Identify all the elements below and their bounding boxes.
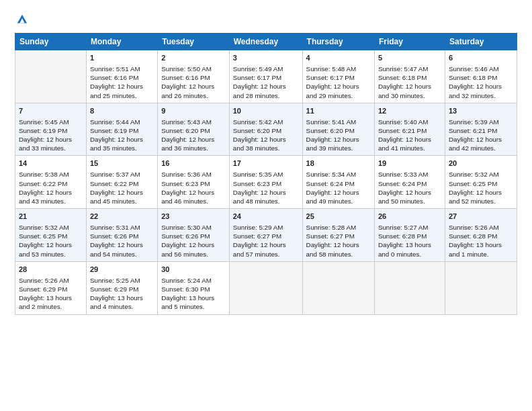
- day-number: 28: [19, 265, 83, 275]
- logo-area: [15, 12, 28, 26]
- day-cell: 20Sunrise: 5:32 AM Sunset: 6:25 PM Dayli…: [445, 156, 517, 209]
- day-details: Sunrise: 5:50 AM Sunset: 6:16 PM Dayligh…: [161, 64, 226, 100]
- day-details: Sunrise: 5:48 AM Sunset: 6:17 PM Dayligh…: [306, 64, 371, 100]
- col-header-wednesday: Wednesday: [229, 34, 302, 50]
- day-number: 30: [161, 265, 226, 275]
- day-number: 11: [306, 106, 371, 116]
- col-header-thursday: Thursday: [302, 34, 374, 50]
- day-number: 29: [90, 265, 154, 275]
- day-details: Sunrise: 5:45 AM Sunset: 6:19 PM Dayligh…: [19, 118, 83, 153]
- day-number: 6: [449, 53, 513, 63]
- day-number: 18: [306, 158, 371, 169]
- day-number: 8: [90, 106, 154, 116]
- week-row-1: 1Sunrise: 5:51 AM Sunset: 6:16 PM Daylig…: [15, 50, 517, 103]
- day-cell: 11Sunrise: 5:41 AM Sunset: 6:20 PM Dayli…: [302, 103, 374, 156]
- day-number: 13: [449, 106, 513, 116]
- day-number: 16: [161, 158, 226, 169]
- day-cell: 9Sunrise: 5:43 AM Sunset: 6:20 PM Daylig…: [158, 103, 230, 156]
- col-header-saturday: Saturday: [445, 34, 517, 50]
- day-number: 23: [161, 212, 226, 222]
- day-details: Sunrise: 5:44 AM Sunset: 6:19 PM Dayligh…: [90, 118, 154, 153]
- day-details: Sunrise: 5:43 AM Sunset: 6:20 PM Dayligh…: [161, 118, 226, 153]
- day-cell: 6Sunrise: 5:46 AM Sunset: 6:18 PM Daylig…: [445, 50, 517, 103]
- col-header-sunday: Sunday: [15, 34, 87, 50]
- header: [15, 12, 517, 26]
- day-number: 5: [378, 53, 441, 63]
- day-cell: 14Sunrise: 5:38 AM Sunset: 6:22 PM Dayli…: [15, 156, 87, 209]
- day-details: Sunrise: 5:32 AM Sunset: 6:25 PM Dayligh…: [19, 223, 83, 259]
- day-cell: [445, 261, 517, 314]
- day-cell: 10Sunrise: 5:42 AM Sunset: 6:20 PM Dayli…: [229, 103, 302, 156]
- day-details: Sunrise: 5:38 AM Sunset: 6:22 PM Dayligh…: [19, 170, 83, 205]
- day-number: 3: [233, 53, 299, 63]
- day-details: Sunrise: 5:39 AM Sunset: 6:21 PM Dayligh…: [449, 118, 513, 153]
- day-details: Sunrise: 5:24 AM Sunset: 6:30 PM Dayligh…: [161, 276, 226, 312]
- day-cell: 4Sunrise: 5:48 AM Sunset: 6:17 PM Daylig…: [302, 50, 374, 103]
- day-details: Sunrise: 5:32 AM Sunset: 6:25 PM Dayligh…: [449, 170, 513, 205]
- day-number: 22: [90, 212, 154, 222]
- col-header-tuesday: Tuesday: [158, 34, 230, 50]
- day-details: Sunrise: 5:37 AM Sunset: 6:22 PM Dayligh…: [90, 170, 154, 205]
- day-details: Sunrise: 5:35 AM Sunset: 6:23 PM Dayligh…: [233, 170, 299, 205]
- day-number: 7: [19, 106, 83, 116]
- day-cell: 7Sunrise: 5:45 AM Sunset: 6:19 PM Daylig…: [15, 103, 87, 156]
- day-cell: [15, 50, 87, 103]
- day-details: Sunrise: 5:34 AM Sunset: 6:24 PM Dayligh…: [306, 170, 371, 205]
- day-cell: 17Sunrise: 5:35 AM Sunset: 6:23 PM Dayli…: [229, 156, 302, 209]
- day-number: 9: [161, 106, 226, 116]
- week-row-3: 14Sunrise: 5:38 AM Sunset: 6:22 PM Dayli…: [15, 156, 517, 209]
- day-cell: 3Sunrise: 5:49 AM Sunset: 6:17 PM Daylig…: [229, 50, 302, 103]
- day-details: Sunrise: 5:42 AM Sunset: 6:20 PM Dayligh…: [233, 118, 299, 153]
- day-number: 4: [306, 53, 371, 63]
- day-cell: 12Sunrise: 5:40 AM Sunset: 6:21 PM Dayli…: [374, 103, 445, 156]
- day-cell: 15Sunrise: 5:37 AM Sunset: 6:22 PM Dayli…: [86, 156, 157, 209]
- day-cell: 28Sunrise: 5:26 AM Sunset: 6:29 PM Dayli…: [15, 261, 87, 314]
- page: SundayMondayTuesdayWednesdayThursdayFrid…: [0, 0, 532, 411]
- day-cell: [374, 261, 445, 314]
- day-cell: 5Sunrise: 5:47 AM Sunset: 6:18 PM Daylig…: [374, 50, 445, 103]
- calendar-table: SundayMondayTuesdayWednesdayThursdayFrid…: [15, 33, 517, 315]
- day-details: Sunrise: 5:31 AM Sunset: 6:26 PM Dayligh…: [90, 223, 154, 259]
- header-row: SundayMondayTuesdayWednesdayThursdayFrid…: [15, 34, 517, 50]
- day-cell: 1Sunrise: 5:51 AM Sunset: 6:16 PM Daylig…: [86, 50, 157, 103]
- col-header-friday: Friday: [374, 34, 445, 50]
- day-number: 12: [378, 106, 441, 116]
- day-number: 20: [449, 158, 513, 169]
- day-cell: 13Sunrise: 5:39 AM Sunset: 6:21 PM Dayli…: [445, 103, 517, 156]
- logo-icon: [16, 13, 28, 26]
- day-cell: 22Sunrise: 5:31 AM Sunset: 6:26 PM Dayli…: [86, 209, 157, 262]
- day-details: Sunrise: 5:25 AM Sunset: 6:29 PM Dayligh…: [90, 276, 154, 312]
- day-number: 24: [233, 212, 299, 222]
- day-number: 1: [90, 53, 154, 63]
- week-row-5: 28Sunrise: 5:26 AM Sunset: 6:29 PM Dayli…: [15, 261, 517, 314]
- day-cell: 18Sunrise: 5:34 AM Sunset: 6:24 PM Dayli…: [302, 156, 374, 209]
- logo: [15, 12, 28, 26]
- day-details: Sunrise: 5:30 AM Sunset: 6:26 PM Dayligh…: [161, 223, 226, 259]
- day-cell: 24Sunrise: 5:29 AM Sunset: 6:27 PM Dayli…: [229, 209, 302, 262]
- day-details: Sunrise: 5:33 AM Sunset: 6:24 PM Dayligh…: [378, 170, 441, 205]
- day-details: Sunrise: 5:47 AM Sunset: 6:18 PM Dayligh…: [378, 64, 441, 100]
- day-details: Sunrise: 5:26 AM Sunset: 6:29 PM Dayligh…: [19, 276, 83, 312]
- day-number: 17: [233, 158, 299, 169]
- day-details: Sunrise: 5:40 AM Sunset: 6:21 PM Dayligh…: [378, 118, 441, 153]
- day-number: 19: [378, 158, 441, 169]
- week-row-2: 7Sunrise: 5:45 AM Sunset: 6:19 PM Daylig…: [15, 103, 517, 156]
- day-number: 2: [161, 53, 226, 63]
- week-row-4: 21Sunrise: 5:32 AM Sunset: 6:25 PM Dayli…: [15, 209, 517, 262]
- day-details: Sunrise: 5:49 AM Sunset: 6:17 PM Dayligh…: [233, 64, 299, 100]
- day-details: Sunrise: 5:41 AM Sunset: 6:20 PM Dayligh…: [306, 118, 371, 153]
- day-cell: 19Sunrise: 5:33 AM Sunset: 6:24 PM Dayli…: [374, 156, 445, 209]
- day-cell: 16Sunrise: 5:36 AM Sunset: 6:23 PM Dayli…: [158, 156, 230, 209]
- day-cell: [229, 261, 302, 314]
- day-cell: 26Sunrise: 5:27 AM Sunset: 6:28 PM Dayli…: [374, 209, 445, 262]
- day-number: 21: [19, 212, 83, 222]
- day-cell: [302, 261, 374, 314]
- day-cell: 27Sunrise: 5:26 AM Sunset: 6:28 PM Dayli…: [445, 209, 517, 262]
- col-header-monday: Monday: [86, 34, 157, 50]
- day-number: 10: [233, 106, 299, 116]
- day-details: Sunrise: 5:26 AM Sunset: 6:28 PM Dayligh…: [449, 223, 513, 259]
- day-cell: 21Sunrise: 5:32 AM Sunset: 6:25 PM Dayli…: [15, 209, 87, 262]
- day-number: 25: [306, 212, 371, 222]
- day-details: Sunrise: 5:28 AM Sunset: 6:27 PM Dayligh…: [306, 223, 371, 259]
- day-cell: 25Sunrise: 5:28 AM Sunset: 6:27 PM Dayli…: [302, 209, 374, 262]
